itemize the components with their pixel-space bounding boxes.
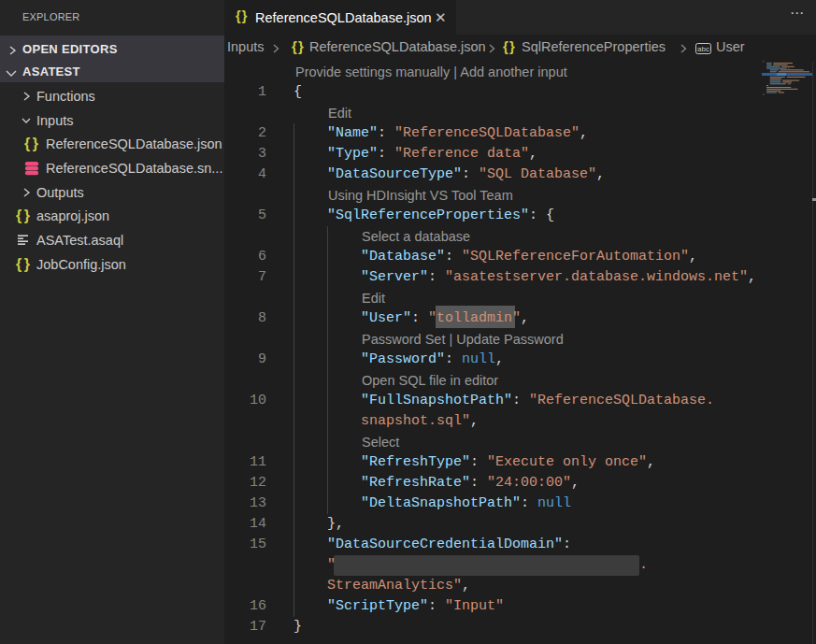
svg-text:abc: abc bbox=[697, 45, 709, 53]
